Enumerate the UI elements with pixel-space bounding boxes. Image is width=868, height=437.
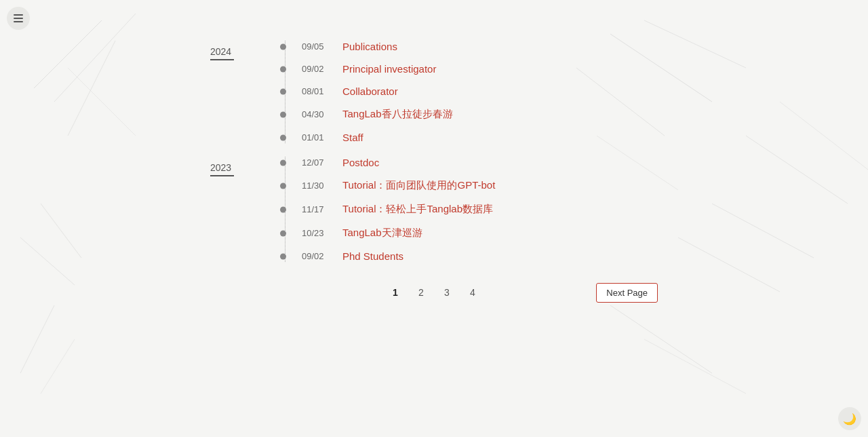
entry-date: 09/05 — [302, 41, 330, 52]
entry-date: 11/17 — [302, 204, 330, 214]
svg-line-4 — [41, 204, 81, 258]
svg-line-15 — [644, 339, 746, 394]
year-section-2023: 202312/07Postdoc11/30Tutorial：面向团队使用的GPT… — [210, 157, 658, 262]
timeline-entry: 11/30Tutorial：面向团队使用的GPT-bot — [261, 179, 658, 192]
entry-link[interactable]: Tutorial：轻松上手Tanglab数据库 — [342, 203, 493, 216]
entry-link[interactable]: Phd Students — [342, 250, 403, 262]
svg-line-12 — [712, 204, 814, 258]
svg-line-3 — [68, 68, 136, 136]
entry-link[interactable]: Tutorial：面向团队使用的GPT-bot — [342, 179, 495, 192]
page-number-1[interactable]: 1 — [385, 282, 406, 303]
entry-date: 09/02 — [302, 64, 330, 74]
timeline-entry: 11/17Tutorial：轻松上手Tanglab数据库 — [261, 203, 658, 216]
entry-date: 11/30 — [302, 180, 330, 191]
pagination: 1234Next Page — [210, 282, 658, 303]
year-info: 2024 — [210, 46, 234, 60]
entries-wrapper: 09/05Publications09/02Principal investig… — [261, 41, 658, 143]
timeline-entry: 09/02Principal investigator — [261, 63, 658, 75]
timeline-entry: 08/01Collaborator — [261, 86, 658, 97]
entry-date: 10/23 — [302, 228, 330, 238]
svg-line-17 — [780, 102, 868, 170]
timeline-entry: 09/05Publications — [261, 41, 658, 52]
page-number-3[interactable]: 3 — [437, 282, 457, 303]
timeline-entry: 04/30TangLab香八拉徒步春游 — [261, 108, 658, 121]
page-number-2[interactable]: 2 — [411, 282, 431, 303]
year-underline — [210, 59, 234, 60]
entry-date: 09/02 — [302, 251, 330, 261]
entries-wrapper: 12/07Postdoc11/30Tutorial：面向团队使用的GPT-bot… — [261, 157, 658, 262]
entry-link[interactable]: Publications — [342, 41, 397, 52]
year-label: 2024 — [210, 46, 234, 57]
page-number-4[interactable]: 4 — [462, 282, 483, 303]
svg-line-7 — [41, 339, 75, 394]
svg-line-13 — [678, 238, 780, 292]
entry-date: 04/30 — [302, 109, 330, 119]
entry-link[interactable]: Collaborator — [342, 86, 398, 97]
svg-line-5 — [20, 238, 75, 285]
year-underline — [210, 175, 234, 176]
entry-date: 08/01 — [302, 86, 330, 96]
entry-link[interactable]: Postdoc — [342, 157, 379, 168]
entry-date: 01/01 — [302, 132, 330, 142]
svg-line-0 — [34, 20, 102, 88]
timeline-entry: 10/23TangLab天津巡游 — [261, 227, 658, 240]
entry-link[interactable]: TangLab天津巡游 — [342, 227, 422, 240]
next-page-button[interactable]: Next Page — [596, 283, 658, 303]
year-label: 2023 — [210, 162, 234, 173]
moon-icon: 🌙 — [843, 413, 856, 425]
timeline: 202409/05Publications09/02Principal inve… — [210, 41, 658, 262]
menu-icon — [14, 14, 23, 22]
svg-line-16 — [746, 136, 848, 204]
entry-date: 12/07 — [302, 157, 330, 168]
svg-line-2 — [68, 41, 115, 136]
year-section-2024: 202409/05Publications09/02Principal inve… — [210, 41, 658, 143]
entry-link[interactable]: Principal investigator — [342, 63, 436, 75]
timeline-entry: 12/07Postdoc — [261, 157, 658, 168]
menu-button[interactable] — [7, 7, 30, 30]
entry-link[interactable]: Staff — [342, 132, 363, 143]
svg-line-6 — [20, 305, 54, 373]
timeline-entry: 01/01Staff — [261, 132, 658, 143]
timeline-entry: 09/02Phd Students — [261, 250, 658, 262]
year-info: 2023 — [210, 162, 234, 176]
svg-line-1 — [54, 14, 136, 102]
main-content: 202409/05Publications09/02Principal inve… — [197, 0, 671, 343]
darkmode-button[interactable]: 🌙 — [838, 407, 861, 430]
entry-link[interactable]: TangLab香八拉徒步春游 — [342, 108, 453, 121]
